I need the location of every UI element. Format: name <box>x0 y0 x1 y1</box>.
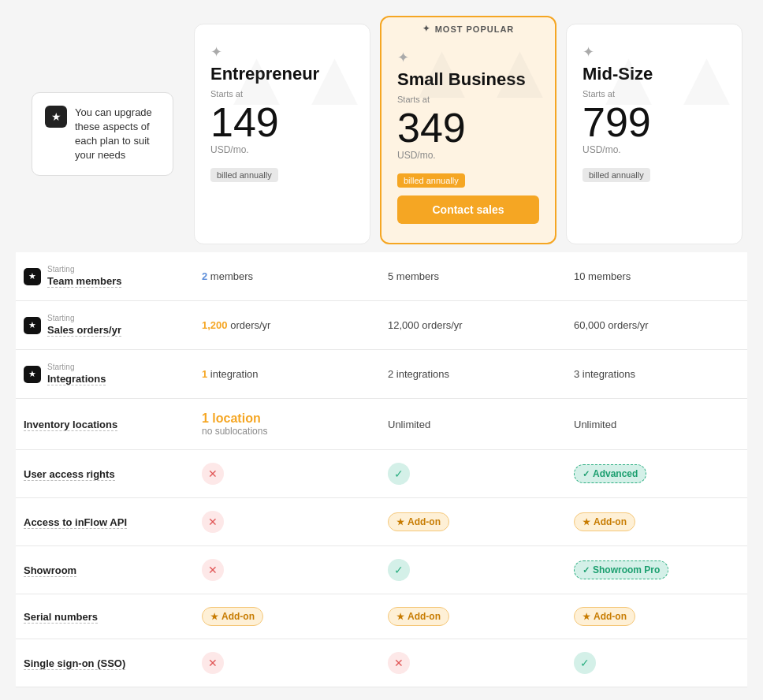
feature-value-8-1: ✕ <box>375 639 561 687</box>
feature-value-6-0: ✕ <box>189 546 375 594</box>
addon-star: ★ <box>582 517 590 527</box>
feature-value-3-2: Unlimited <box>561 399 747 450</box>
check-icon: ✓ <box>574 652 596 674</box>
feature-value-8-2: ✓ <box>561 639 747 687</box>
feature-value-4-1: ✓ <box>375 450 561 498</box>
starts-at-label: Starts at <box>397 95 539 104</box>
feature-label-8: Single sign-on (SSO) <box>16 639 189 687</box>
feature-value-3-1: Unlimited <box>375 399 561 450</box>
feature-value-text: 1,200 orders/yr <box>202 319 270 331</box>
feature-value-text: 3 integrations <box>574 368 635 380</box>
feature-value-4-2: ✓ Advanced <box>561 450 747 498</box>
feature-name: Sales orders/yr <box>47 324 121 337</box>
feature-value-2-1: 2 integrations <box>375 350 561 399</box>
cross-icon: ✕ <box>202 652 224 674</box>
billed-badge: billed annually <box>397 173 465 188</box>
feature-value-0-1: 5 members <box>375 252 561 301</box>
feature-label-text: Access to inFlow API <box>24 515 127 529</box>
addon-star: ★ <box>396 517 404 527</box>
feature-starting: Starting <box>47 314 121 322</box>
feature-label-2: ★StartingIntegrations <box>16 350 189 399</box>
feature-name: Team members <box>47 275 121 288</box>
feature-value-6-2: ✓ Showroom Pro <box>561 546 747 594</box>
plan-currency: USD/mo. <box>397 150 539 161</box>
feature-label-text: Single sign-on (SSO) <box>24 656 125 670</box>
feature-value-text: 5 members <box>388 270 439 282</box>
plan-card-small-business: ✦ MOST POPULAR ✦ Small Business Starts a… <box>380 16 556 244</box>
plan-currency: USD/mo. <box>210 144 354 155</box>
contact-sales-button[interactable]: Contact sales <box>397 195 539 224</box>
feature-label-3: Inventory locations <box>16 399 189 450</box>
feature-value-6-1: ✓ <box>375 546 561 594</box>
feature-label-text: Inventory locations <box>24 417 117 431</box>
pricing-table: ★ You can upgrade these aspects of each … <box>16 16 747 687</box>
feature-tag: ★ Add-on <box>574 512 635 531</box>
feature-value-8-0: ✕ <box>189 639 375 687</box>
addon-check: ✓ <box>582 469 590 479</box>
check-icon: ✓ <box>388 559 410 581</box>
feature-value-text: 1 integration <box>202 368 259 380</box>
feature-label-text: StartingIntegrations <box>47 363 106 385</box>
upgrade-star-icon: ★ <box>45 106 67 128</box>
feature-value-2-0: 1 integration <box>189 350 375 399</box>
feature-icon: ★ <box>24 366 41 383</box>
plan-currency: USD/mo. <box>582 144 726 155</box>
upgrade-notice-text: You can upgrade these aspects of each pl… <box>75 106 160 163</box>
feature-tag: ✓ Showroom Pro <box>574 560 668 579</box>
feature-value-3-0: 1 location no sublocations <box>189 399 375 450</box>
feature-value-text: 2 integrations <box>388 368 449 380</box>
feature-label-7: Serial numbers <box>16 594 189 639</box>
cross-icon: ✕ <box>202 463 224 485</box>
feature-label-6: Showroom <box>16 546 189 594</box>
feature-value-5-2: ★ Add-on <box>561 498 747 546</box>
plan-card-entrepreneur: ✦ Entrepreneur Starts at 149 USD/mo. bil… <box>194 24 370 244</box>
highlight: 1 <box>202 368 207 380</box>
feature-label-4: User access rights <box>16 450 189 498</box>
billed-badge: billed annually <box>210 168 278 182</box>
plan-price: 149 <box>210 102 354 143</box>
cross-icon: ✕ <box>202 559 224 581</box>
plan-name: Entrepreneur <box>210 64 354 84</box>
feature-value-2-2: 3 integrations <box>561 350 747 399</box>
feature-label-text: Serial numbers <box>24 609 98 624</box>
feature-icon: ★ <box>24 268 41 285</box>
feature-starting: Starting <box>47 265 121 274</box>
feature-tag: ★ Add-on <box>388 512 449 531</box>
starts-at-label: Starts at <box>210 89 354 99</box>
plan-icon: ✦ <box>397 49 539 66</box>
feature-value-0-2: 10 members <box>561 252 747 301</box>
starts-at-label: Starts at <box>582 89 726 99</box>
billed-badge: billed annually <box>582 168 650 182</box>
feature-name: Serial numbers <box>24 611 98 624</box>
feature-tag: ✓ Advanced <box>574 464 646 483</box>
feature-label-5: Access to inFlow API <box>16 498 189 546</box>
feature-tag: ★ Add-on <box>202 607 263 626</box>
feature-value-text: 12,000 orders/yr <box>388 319 463 331</box>
feature-label-text: Showroom <box>24 563 76 577</box>
addon-check: ✓ <box>582 565 590 575</box>
feature-name: User access rights <box>24 468 115 481</box>
feature-starting: Starting <box>47 363 106 371</box>
feature-value-7-2: ★ Add-on <box>561 594 747 639</box>
plan-icon: ✦ <box>582 43 726 61</box>
highlight: 2 <box>202 270 207 282</box>
check-icon: ✓ <box>388 463 410 485</box>
highlight: 1,200 <box>202 319 228 331</box>
plan-name: Mid-Size <box>582 64 726 84</box>
feature-label-text: StartingTeam members <box>47 265 121 288</box>
feature-value-5-1: ★ Add-on <box>375 498 561 546</box>
feature-value-multi: 1 location no sublocations <box>202 411 267 437</box>
feature-tag: ★ Add-on <box>574 607 635 626</box>
cross-icon: ✕ <box>388 652 410 674</box>
most-popular-label: MOST POPULAR <box>435 24 515 34</box>
feature-label-0: ★StartingTeam members <box>16 252 189 301</box>
feature-value-4-0: ✕ <box>189 450 375 498</box>
feature-line1: 1 location <box>202 411 267 426</box>
feature-value-1-2: 60,000 orders/yr <box>561 301 747 350</box>
feature-label-text: User access rights <box>24 467 115 481</box>
feature-name: Showroom <box>24 564 76 577</box>
feature-value-1-0: 1,200 orders/yr <box>189 301 375 350</box>
feature-value-text: 2 members <box>202 270 253 282</box>
feature-name: Inventory locations <box>24 419 117 431</box>
plan-price: 349 <box>397 107 539 148</box>
